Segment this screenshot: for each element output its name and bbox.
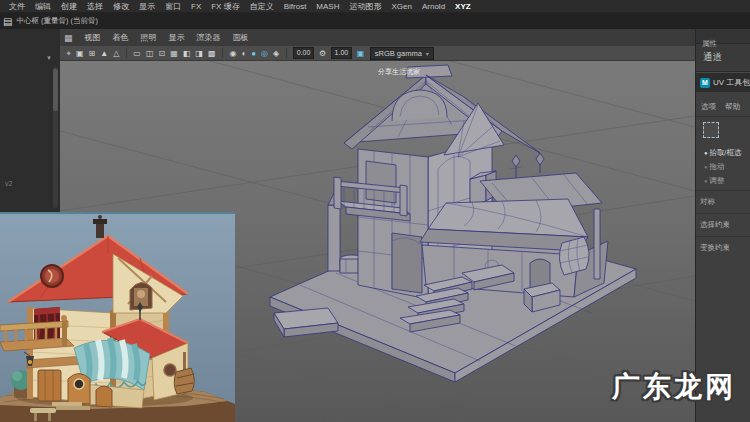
tab-attributes[interactable]: 属性 — [702, 39, 717, 48]
menu-item[interactable]: 自定义 — [245, 1, 279, 12]
panel-menu-item[interactable]: 渲染器 — [191, 32, 227, 43]
right-panel: 属性 通道 M UV 工具包 选项帮助 拾取/框选拖动调整 对称选择约束变换约束 — [695, 29, 750, 422]
reference-image — [0, 212, 235, 422]
site-watermark: 广东龙网 — [612, 368, 736, 406]
camera-attrs-icon[interactable]: ▭ — [131, 46, 144, 61]
status-line: ▤ 中心枢 (重量骨) (当前骨) — [0, 13, 750, 30]
toolkit-section[interactable]: 变换约束 — [696, 236, 750, 257]
left-panel-scrollbar[interactable] — [53, 67, 58, 208]
gamma-field[interactable]: 1.00 — [331, 47, 353, 59]
menu-item[interactable]: 文件 — [4, 1, 30, 12]
snap-grid-icon[interactable]: ▣ — [74, 46, 87, 61]
toolkit-menu-item[interactable]: 帮助 — [725, 102, 740, 111]
menu-item[interactable]: Bifrost — [279, 2, 312, 11]
toolkit-menu: 选项帮助 — [696, 92, 750, 117]
menu-item[interactable]: 修改 — [108, 1, 134, 12]
toolkit-section[interactable]: 选择约束 — [696, 213, 750, 234]
marquee-select-icon[interactable] — [703, 122, 719, 138]
maya-window: 文件编辑创建选择修改显示窗口FXFX 缓存自定义BifrostMASH运动图形X… — [0, 0, 750, 422]
toolkit-menu-item[interactable]: 选项 — [701, 102, 716, 111]
color-management-icon[interactable]: ▣ — [354, 46, 367, 61]
toolbar-separator — [126, 48, 127, 58]
menu-item[interactable]: 创建 — [56, 1, 82, 12]
panel-dropdown-arrow-icon[interactable]: ▼ — [46, 55, 52, 61]
menu-item[interactable]: 窗口 — [160, 1, 186, 12]
left-panel: ▼ v2 — [0, 29, 61, 212]
house-model — [270, 65, 636, 382]
uv-toolkit-header: M UV 工具包 — [696, 72, 750, 92]
grid-toggle-icon[interactable]: ▦ — [168, 46, 181, 61]
select-tool-icon[interactable]: ⌖ — [64, 46, 74, 61]
menu-item[interactable]: 编辑 — [30, 1, 56, 12]
menu-item[interactable]: FX — [186, 2, 206, 11]
menu-item[interactable]: 运动图形 — [344, 1, 386, 12]
toolbar-separator — [222, 48, 223, 58]
select-mode-option[interactable]: 拖动 — [696, 160, 750, 174]
panel-menu-item[interactable]: 着色 — [107, 32, 135, 43]
tool-sketch-icon: ▤ — [3, 16, 12, 27]
gate-mask-icon[interactable]: ▩ — [205, 46, 218, 61]
toolkit-section[interactable]: 对称 — [696, 190, 750, 211]
snap-view-icon[interactable]: △ — [111, 46, 122, 61]
exposure-field[interactable]: 0.00 — [293, 47, 315, 59]
right-panel-tabs: 属性 — [696, 29, 750, 44]
menu-item[interactable]: MASH — [311, 2, 344, 11]
lighting-icon[interactable]: ◉ — [227, 46, 239, 61]
select-mode-list: 拾取/框选拖动调整 — [696, 146, 750, 188]
status-text: 中心枢 (重量骨) (当前骨) — [16, 16, 98, 26]
maya-icon: M — [700, 78, 710, 88]
uv-toolkit-title: UV 工具包 — [713, 77, 750, 88]
tab-channel-box[interactable]: 通道 — [696, 44, 750, 72]
gear-icon[interactable]: ⚙ — [316, 46, 328, 61]
chevron-down-icon: ▾ — [426, 50, 429, 57]
main-menubar: 文件编辑创建选择修改显示窗口FXFX 缓存自定义BifrostMASH运动图形X… — [0, 0, 750, 13]
menu-item[interactable]: FX 缓存 — [206, 1, 244, 12]
menu-item[interactable]: Arnold — [417, 2, 450, 11]
toolkit-sections: 对称选择约束变换约束 — [696, 190, 750, 257]
panel-menu-item[interactable]: 照明 — [135, 32, 163, 43]
shadows-icon[interactable]: ◐ — [239, 46, 249, 61]
viewport-panel-menubar: ▦ 视图着色照明显示渲染器面板 — [60, 29, 695, 47]
resolution-gate-icon[interactable]: ◨ — [193, 46, 206, 61]
scrollbar-thumb[interactable] — [53, 69, 58, 111]
video-overlay-text: 分享生活玩家 — [378, 67, 420, 77]
motion-blur-icon[interactable]: ◎ — [259, 46, 271, 61]
panel-menu-item[interactable]: 显示 — [163, 32, 191, 43]
bookmark-icon[interactable]: ◫ — [143, 46, 156, 61]
panel-menu-item[interactable]: 面板 — [227, 32, 255, 43]
multisample-icon[interactable]: ◈ — [271, 46, 282, 61]
select-tool-row — [696, 117, 750, 146]
snap-curve-icon[interactable]: ⊞ — [86, 46, 98, 61]
viewport-toolbar: ⌖▣⊞▲△▭◫⊡▦◧◨▩◉◐●◎◈ 0.00 ⚙ 1.00 ▣ sRGB gam… — [60, 46, 695, 61]
left-panel-item[interactable]: v2 — [5, 180, 12, 187]
color-space-value: sRGB gamma — [375, 49, 422, 58]
menu-item[interactable]: XYZ — [450, 2, 476, 11]
image-plane-icon[interactable]: ⊡ — [156, 46, 168, 61]
panel-menu-item[interactable]: 视图 — [79, 32, 107, 43]
film-gate-icon[interactable]: ◧ — [180, 46, 193, 61]
menu-item[interactable]: XGen — [386, 2, 416, 11]
menu-item[interactable]: 选择 — [82, 1, 108, 12]
select-mode-option[interactable]: 拾取/框选 — [696, 146, 750, 160]
toolbar-separator — [286, 48, 287, 58]
panel-layout-icon[interactable]: ▦ — [64, 33, 73, 43]
menu-item[interactable]: 显示 — [134, 1, 160, 12]
ambient-occlusion-icon[interactable]: ● — [249, 46, 259, 61]
reference-house-image — [0, 212, 235, 422]
select-mode-option[interactable]: 调整 — [696, 174, 750, 188]
snap-point-icon[interactable]: ▲ — [98, 46, 111, 61]
color-space-dropdown[interactable]: sRGB gamma ▾ — [370, 47, 434, 60]
